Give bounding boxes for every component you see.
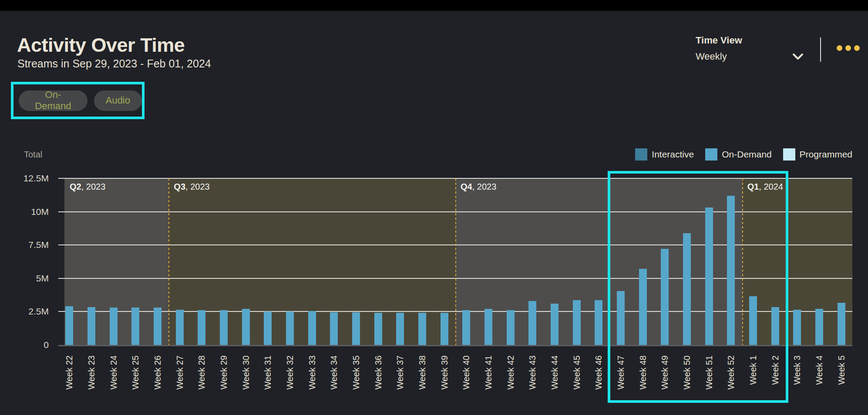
legend-label: Programmed	[800, 149, 852, 160]
x-tick-label: Week 46	[594, 355, 603, 403]
bar-week-38[interactable]	[418, 313, 426, 345]
quarter-label: Q3, 2023	[174, 182, 209, 192]
x-tick-label: Week 40	[461, 355, 471, 403]
x-tick-label: Week 34	[329, 355, 339, 403]
chart-legend: InteractiveOn-DemandProgrammed	[635, 148, 852, 161]
bar-week-36[interactable]	[374, 313, 382, 345]
bar-week-30[interactable]	[242, 309, 250, 345]
legend-swatch	[783, 148, 795, 161]
legend-label: Interactive	[652, 149, 694, 160]
legend-swatch	[635, 148, 647, 161]
x-tick-label: Week 3	[792, 355, 802, 403]
bar-week-33[interactable]	[308, 311, 316, 345]
quarter-label-bold: Q4	[461, 182, 472, 191]
quarter-label-bold: Q2	[70, 182, 81, 191]
filter-pill-audio[interactable]: Audio	[94, 90, 142, 111]
date-range-subtitle: Streams in Sep 29, 2023 - Feb 01, 2024	[17, 57, 211, 70]
y-axis-title: Total	[24, 150, 42, 160]
legend-label: On-Demand	[722, 149, 771, 160]
bar-week-25[interactable]	[131, 308, 139, 345]
top-black-strip	[0, 0, 868, 11]
quarter-label-year: , 2023	[472, 182, 497, 191]
x-tick-label: Week 42	[506, 355, 515, 403]
ellipsis-icon	[837, 45, 842, 51]
y-tick-label: 5M	[0, 273, 49, 284]
bar-week-37[interactable]	[396, 313, 404, 345]
bar-week-41[interactable]	[484, 309, 492, 345]
x-tick-label: Week 43	[528, 355, 537, 403]
time-view-dropdown[interactable]: Weekly	[696, 51, 804, 62]
legend-item-interactive: Interactive	[635, 148, 694, 161]
x-tick-label: Week 5	[837, 355, 846, 403]
quarter-divider-line	[455, 178, 456, 345]
chevron-down-icon	[792, 53, 804, 60]
x-tick-label: Week 45	[572, 355, 582, 403]
x-tick-label: Week 30	[241, 355, 251, 403]
x-tick-label: Week 28	[197, 355, 206, 403]
bar-week-42[interactable]	[507, 310, 515, 345]
bar-week-28[interactable]	[198, 310, 205, 345]
quarter-divider-line	[168, 178, 169, 345]
bar-week-32[interactable]	[286, 311, 294, 345]
bar-week-34[interactable]	[330, 312, 338, 345]
x-tick-label: Week 24	[109, 355, 118, 403]
x-tick-label: Week 27	[175, 355, 185, 403]
y-tick-label: 7.5M	[0, 240, 49, 250]
bar-week-3[interactable]	[793, 310, 801, 345]
bar-week-26[interactable]	[154, 308, 161, 345]
bar-week-44[interactable]	[551, 304, 558, 345]
x-tick-label: Week 44	[550, 355, 559, 403]
more-options-button[interactable]	[837, 45, 860, 51]
bar-week-45[interactable]	[573, 300, 581, 345]
bar-week-39[interactable]	[441, 313, 448, 345]
bar-week-22[interactable]	[65, 306, 73, 345]
y-tick-label: 12.5M	[0, 173, 49, 184]
y-tick-label: 10M	[0, 207, 49, 217]
bar-week-27[interactable]	[176, 310, 184, 345]
chart-highlight-annotation-box	[608, 171, 788, 403]
filter-pill-on-demand[interactable]: On-Demand	[19, 90, 87, 111]
time-view-value: Weekly	[696, 51, 727, 62]
bar-week-29[interactable]	[220, 310, 228, 345]
x-tick-label: Week 39	[440, 355, 449, 403]
quarter-label: Q2, 2023	[70, 182, 105, 192]
quarter-label-year: , 2023	[185, 182, 210, 191]
x-tick-label: Week 29	[219, 355, 229, 403]
bar-week-40[interactable]	[462, 310, 470, 345]
page-title: Activity Over Time	[17, 34, 185, 57]
y-tick-label: 0	[0, 340, 49, 350]
y-tick-label: 2.5M	[0, 306, 49, 317]
quarter-label-year: , 2023	[81, 182, 106, 191]
x-tick-label: Week 41	[484, 355, 493, 403]
time-view-control: Time View Weekly	[696, 35, 804, 62]
x-tick-label: Week 32	[285, 355, 295, 403]
activity-dashboard: { "header": { "title": "Activity Over Ti…	[0, 0, 868, 415]
x-tick-label: Week 23	[87, 355, 96, 403]
bar-week-24[interactable]	[110, 308, 118, 345]
x-tick-label: Week 22	[64, 355, 74, 403]
x-tick-label: Week 26	[153, 355, 162, 403]
bar-week-43[interactable]	[528, 301, 536, 345]
x-tick-label: Week 38	[417, 355, 427, 403]
bar-week-35[interactable]	[352, 312, 360, 345]
legend-swatch	[705, 148, 717, 161]
legend-item-on-demand: On-Demand	[705, 148, 771, 161]
bar-week-31[interactable]	[264, 311, 272, 345]
x-tick-label: Week 33	[307, 355, 317, 403]
bar-week-23[interactable]	[87, 307, 95, 345]
ellipsis-icon	[845, 45, 851, 51]
x-tick-label: Week 35	[351, 355, 361, 403]
time-view-label: Time View	[696, 35, 804, 46]
bar-week-46[interactable]	[595, 300, 602, 345]
x-tick-label: Week 31	[263, 355, 273, 403]
bar-week-4[interactable]	[815, 309, 823, 345]
ellipsis-icon	[854, 45, 860, 51]
quarter-label-bold: Q3	[174, 182, 185, 191]
bar-week-5[interactable]	[838, 303, 845, 345]
header-divider	[820, 37, 821, 62]
x-tick-label: Week 37	[395, 355, 405, 403]
x-tick-label: Week 36	[373, 355, 383, 403]
x-tick-label: Week 25	[131, 355, 140, 403]
x-tick-label: Week 4	[814, 355, 824, 403]
quarter-label: Q4, 2023	[461, 182, 496, 192]
